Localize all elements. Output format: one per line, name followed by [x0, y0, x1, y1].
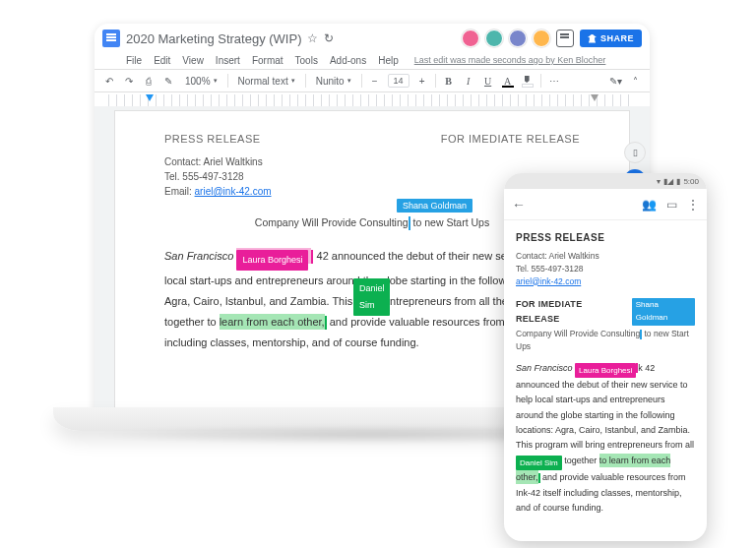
- phone-appbar-actions: 👥 ▭ ⋮: [642, 198, 699, 212]
- phone-contact-email: ariel@ink-42.com: [516, 275, 695, 288]
- style-value: Normal text: [238, 76, 288, 87]
- separator: [227, 74, 228, 88]
- collab-cursor-laura: Laura Borghesi: [236, 250, 308, 271]
- last-edit-text[interactable]: Last edit was made seconds ago by Ken Bl…: [414, 55, 606, 65]
- phone-sf: San Francisco: [516, 363, 573, 373]
- press-release-label: PRESS RELEASE: [164, 133, 261, 145]
- collab-cursor-daniel: Daniel Sim: [353, 278, 391, 316]
- side-action-grey[interactable]: ▯: [624, 142, 646, 163]
- docs-logo-icon: [102, 30, 120, 47]
- font-value: Nunito: [316, 76, 345, 87]
- underline-button[interactable]: U: [481, 74, 495, 88]
- phone-body-b: together: [562, 456, 599, 465]
- font-size-input[interactable]: 14: [388, 74, 410, 88]
- menu-file[interactable]: File: [126, 55, 142, 66]
- headline-part-b: to new Start Ups: [410, 216, 490, 228]
- highlight-button[interactable]: [521, 74, 535, 88]
- separator: [435, 74, 436, 88]
- right-indent-marker[interactable]: [591, 94, 598, 102]
- style-select[interactable]: Normal text▾: [234, 74, 299, 89]
- toolbar: ↶ ↷ ⎙ ✎ 100%▾ Normal text▾ Nunito▾ − 14 …: [94, 69, 650, 92]
- ruler[interactable]: [108, 94, 636, 106]
- signal-icon: ▮◢: [663, 177, 673, 186]
- san-francisco: San Francisco: [164, 250, 233, 262]
- phone-comment-icon[interactable]: ▭: [666, 198, 677, 212]
- separator: [361, 74, 362, 88]
- contact-name: Contact: Ariel Waltkins: [164, 154, 580, 169]
- separator: [305, 74, 306, 88]
- menu-edit[interactable]: Edit: [154, 55, 170, 66]
- phone-contact-tel: Tel. 555-497-3128: [516, 263, 695, 275]
- menu-tools[interactable]: Tools: [295, 55, 318, 66]
- phone-more-icon[interactable]: ⋮: [687, 198, 699, 212]
- daniel-highlight: learn from each other,: [220, 314, 325, 330]
- battery-icon: ▮: [676, 177, 680, 186]
- bold-button[interactable]: B: [442, 74, 456, 88]
- title-bar: 2020 Marketing Strategy (WIP) ☆ ↻ SHARE: [94, 24, 650, 51]
- for-release-label: FOR IMEDIATE RELEASE: [441, 133, 580, 145]
- print-icon[interactable]: ⎙: [142, 74, 156, 88]
- collab-cursor-shana: Shana Goldman: [397, 199, 472, 213]
- phone-press-release: PRESS RELEASE: [516, 230, 695, 246]
- menu-insert[interactable]: Insert: [216, 55, 240, 66]
- italic-button[interactable]: I: [462, 74, 475, 88]
- phone-headline-a: Company Will Provide Consulting: [516, 329, 640, 338]
- titlebar-right: SHARE: [462, 30, 642, 47]
- menu-format[interactable]: Format: [252, 55, 284, 66]
- star-icon[interactable]: ☆: [307, 31, 318, 45]
- undo-icon[interactable]: ↶: [102, 74, 116, 88]
- menu-view[interactable]: View: [182, 55, 204, 66]
- phone-document[interactable]: PRESS RELEASE Contact: Ariel Waltkins Te…: [504, 220, 707, 525]
- zoom-value: 100%: [185, 76, 211, 87]
- sync-icon[interactable]: ↻: [324, 31, 334, 45]
- wifi-icon: ▾: [657, 177, 661, 186]
- collab-avatar-3[interactable]: [509, 30, 527, 47]
- phone-frame: ▾ ▮◢ ▮ 5:00 ← 👥 ▭ ⋮ PRESS RELEASE Contac…: [504, 173, 707, 541]
- email-link[interactable]: ariel@ink-42.com: [195, 186, 272, 197]
- text-color-button[interactable]: A: [501, 74, 515, 88]
- paint-format-icon[interactable]: ✎: [161, 74, 175, 88]
- phone-email-link[interactable]: ariel@ink-42.com: [516, 276, 581, 286]
- phone-time: 5:00: [683, 177, 699, 186]
- font-size-decrement[interactable]: −: [368, 74, 382, 88]
- collab-avatar-4[interactable]: [533, 30, 550, 47]
- phone-body-paragraph: San Francisco Laura Borghesik 42 announc…: [516, 361, 695, 517]
- phone-contact-name: Contact: Ariel Waltkins: [516, 250, 695, 263]
- editing-mode-icon[interactable]: ✎▾: [608, 74, 622, 88]
- redo-icon[interactable]: ↷: [122, 74, 136, 88]
- left-indent-marker[interactable]: [146, 94, 154, 102]
- menu-help[interactable]: Help: [378, 55, 399, 66]
- collapse-toolbar-icon[interactable]: ˄: [628, 74, 642, 88]
- phone-status-bar: ▾ ▮◢ ▮ 5:00: [504, 173, 707, 189]
- menu-bar: File Edit View Insert Format Tools Add-o…: [94, 51, 650, 69]
- more-tools-icon[interactable]: ⋯: [547, 74, 561, 88]
- font-select[interactable]: Nunito▾: [312, 74, 355, 89]
- phone-collab-daniel: Daniel Sim: [516, 456, 562, 471]
- phone-back-icon[interactable]: ←: [512, 197, 526, 213]
- phone-app-bar: ← 👥 ▭ ⋮: [504, 189, 707, 220]
- email-label: Email:: [164, 186, 195, 197]
- collab-avatar-1[interactable]: [462, 30, 479, 47]
- header-row: PRESS RELEASE FOR IMEDIATE RELEASE: [164, 133, 580, 145]
- comments-icon[interactable]: [556, 30, 574, 47]
- phone-collab-shana: Shana Goldman: [632, 298, 695, 326]
- share-button[interactable]: SHARE: [580, 30, 642, 47]
- phone-collab-laura: Laura Borghesi: [575, 363, 636, 379]
- phone-body-c: and provide valuable resources from Ink-…: [516, 472, 686, 513]
- document-title[interactable]: 2020 Marketing Strategy (WIP): [126, 31, 301, 46]
- phone-collab-icon[interactable]: 👥: [642, 198, 657, 212]
- laura-highlight: Laura Borghesi: [236, 248, 311, 264]
- headline-part-a: Company Will Provide Consulting: [255, 216, 409, 228]
- font-size-increment[interactable]: +: [415, 74, 429, 88]
- phone-headline: Company Will Provide Consulting to new S…: [516, 328, 695, 353]
- phone-release-row: FOR IMEDIATE RELEASE Shana Goldman: [516, 297, 695, 326]
- phone-for-release: FOR IMEDIATE RELEASE: [516, 297, 626, 326]
- zoom-select[interactable]: 100%▾: [181, 74, 221, 89]
- collab-avatar-2[interactable]: [485, 30, 503, 47]
- separator: [540, 74, 541, 88]
- menu-addons[interactable]: Add-ons: [330, 55, 366, 66]
